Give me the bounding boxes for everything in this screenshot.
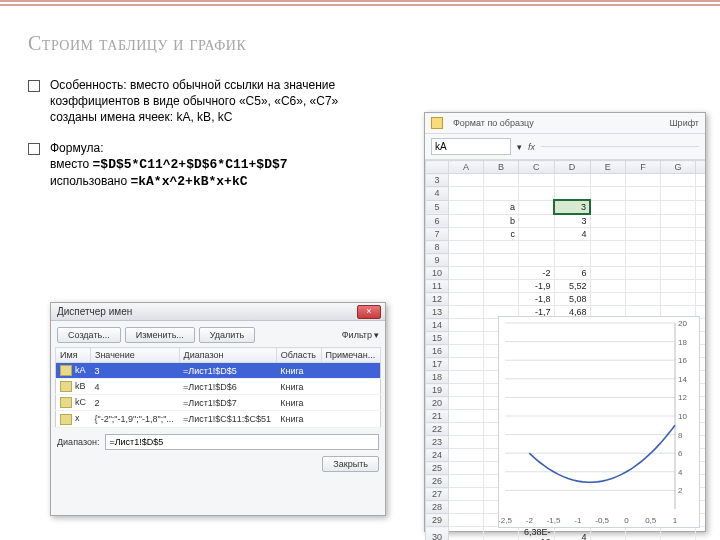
table-row[interactable]: kA3=Лист1!$D$5Книга [56,363,381,379]
svg-text:-1: -1 [574,516,582,525]
format-painter-label[interactable]: Формат по образцу [453,118,534,128]
name-box[interactable] [431,138,511,155]
page-title: Строим таблицу и график [28,32,692,55]
reference-input[interactable] [105,434,379,450]
format-painter-icon[interactable] [431,117,443,129]
reference-row: Диапазон: [51,428,385,450]
table-row[interactable]: x{"-2";"-1,9";"-1,8";"...=Лист1!$C$11:$C… [56,411,381,427]
name-box-dropdown-icon[interactable]: ▾ [517,142,522,152]
list-item: Формула: вместо =$D$5*C11^2+$D$6*C11+$D$… [28,140,388,191]
svg-text:14: 14 [678,375,687,384]
svg-text:16: 16 [678,356,687,365]
svg-text:2: 2 [678,486,683,495]
svg-text:-0,5: -0,5 [595,516,609,525]
name-box-row: ▾ fx [425,134,705,160]
window-titlebar[interactable]: Диспетчер имен × [51,303,385,321]
col-note[interactable]: Примечан... [321,348,380,363]
table-row[interactable]: kC2=Лист1!$D$7Книга [56,395,381,411]
bullet-list: Особенность: вместо обычной ссылки на зн… [28,77,388,191]
reference-label: Диапазон: [57,437,99,447]
bullet-icon [28,80,40,92]
svg-text:18: 18 [678,338,687,347]
svg-text:-2: -2 [526,516,534,525]
names-table[interactable]: Имя Значение Диапазон Область Примечан..… [55,347,381,428]
close-icon[interactable]: × [357,305,381,319]
col-range[interactable]: Диапазон [179,348,276,363]
toolbar: Создать... Изменить... Удалить Фильтр ▾ [51,321,385,347]
svg-text:0,5: 0,5 [645,516,657,525]
filter-button[interactable]: Фильтр ▾ [342,330,379,340]
edit-button[interactable]: Изменить... [125,327,195,343]
table-row[interactable]: kB4=Лист1!$D$6Книга [56,379,381,395]
delete-button[interactable]: Удалить [199,327,255,343]
svg-text:20: 20 [678,319,687,328]
svg-text:-1,5: -1,5 [547,516,561,525]
ribbon-clipboard: Формат по образцу Шрифт [425,113,705,134]
chart-area: 2468101214161820-2,5-2-1,5-1-0,500,51 [498,316,700,528]
close-button[interactable]: Закрыть [322,456,379,472]
col-value[interactable]: Значение [90,348,179,363]
svg-text:8: 8 [678,431,683,440]
svg-text:6: 6 [678,449,683,458]
bullet-icon [28,143,40,155]
svg-text:-2,5: -2,5 [499,516,512,525]
fx-icon[interactable]: fx [528,142,535,152]
col-scope[interactable]: Область [276,348,321,363]
name-manager-window: Диспетчер имен × Создать... Изменить... … [50,302,386,516]
svg-text:1: 1 [673,516,678,525]
bullet-text: Формула: вместо =$D$5*C11^2+$D$6*C11+$D$… [50,140,288,191]
ribbon-group-label: Шрифт [669,118,699,128]
col-name[interactable]: Имя [56,348,91,363]
svg-text:12: 12 [678,393,687,402]
window-title: Диспетчер имен [57,306,132,317]
svg-text:0: 0 [624,516,629,525]
list-item: Особенность: вместо обычной ссылки на зн… [28,77,388,126]
svg-text:4: 4 [678,468,683,477]
bullet-text: Особенность: вместо обычной ссылки на зн… [50,77,388,126]
create-button[interactable]: Создать... [57,327,121,343]
svg-text:10: 10 [678,412,687,421]
